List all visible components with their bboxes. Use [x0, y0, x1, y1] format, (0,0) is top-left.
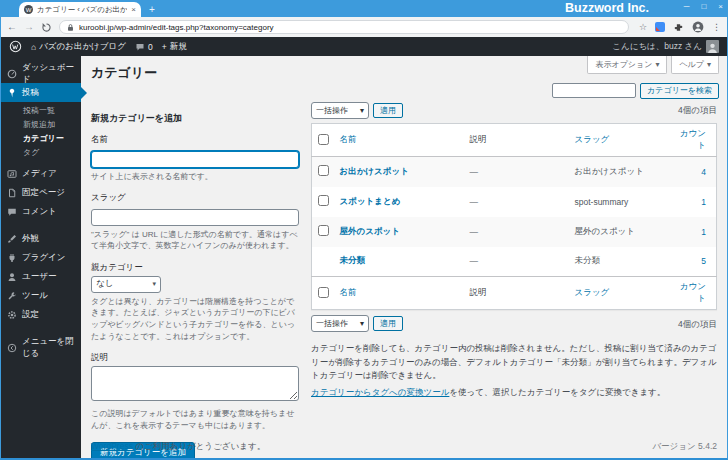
site-link[interactable]: ⌂ バズのお出かけブログ	[31, 41, 126, 53]
screen-options-button[interactable]: 表示オプション ▾	[587, 56, 667, 74]
person-icon	[707, 42, 718, 53]
close-button[interactable]: ×	[718, 2, 723, 11]
select-all-checkbox[interactable]	[318, 134, 329, 145]
submenu-item-tags[interactable]: タグ	[1, 146, 81, 160]
sort-count-header[interactable]: カウント	[680, 281, 706, 303]
sort-count-header[interactable]: カウント	[680, 128, 706, 150]
category-name-link[interactable]: スポットまとめ	[340, 196, 401, 206]
bulk-actions-value: 一括操作	[316, 105, 348, 116]
categories-list-panel: 一括操作 ▾ 適用 4個の項目 名前 説明 スラッグ	[311, 102, 717, 458]
category-count-link[interactable]: 1	[701, 197, 706, 207]
sidebar-label: コメント	[22, 206, 57, 218]
bulk-actions-select[interactable]: 一括操作 ▾	[311, 102, 369, 119]
sort-slug-header[interactable]: スラッグ	[575, 134, 610, 144]
reload-icon[interactable]	[41, 22, 52, 33]
row-checkbox[interactable]	[318, 225, 329, 236]
parent-category-value: なし	[96, 278, 113, 290]
sidebar-item-media[interactable]: メディア	[1, 164, 81, 183]
submenu-item-categories[interactable]: カテゴリー	[1, 132, 81, 146]
browser-menu-icon[interactable]: ⋮	[712, 22, 721, 32]
submenu-item-all-posts[interactable]: 投稿一覧	[1, 104, 81, 118]
minimize-button[interactable]: ─	[684, 2, 690, 11]
sidebar-item-plugins[interactable]: プラグイン	[1, 248, 81, 267]
sidebar-label: ユーザー	[22, 271, 56, 283]
new-content-button[interactable]: + 新規	[162, 41, 187, 53]
user-greeting[interactable]: こんにちは、buzz さん	[612, 41, 702, 53]
wordpress-favicon-icon: W	[24, 5, 33, 14]
apply-button[interactable]: 適用	[373, 316, 403, 332]
footer-thanks-text: のご利用ありがとうございます。	[133, 441, 265, 451]
settings-gear-icon	[7, 310, 17, 320]
comments-icon	[7, 207, 17, 217]
profile-avatar-icon[interactable]	[692, 21, 704, 33]
wordpress-logo-icon[interactable]	[9, 40, 22, 53]
category-description: —	[470, 256, 479, 266]
media-icon	[7, 169, 17, 179]
table-row: スポットまとめ — spot-summary 1	[312, 187, 717, 217]
category-description-textarea[interactable]	[91, 366, 299, 401]
sidebar-label: メニューを閉じる	[22, 336, 75, 360]
category-count-link[interactable]: 4	[701, 167, 706, 177]
category-count-link[interactable]: 1	[701, 227, 706, 237]
sidebar-item-pages[interactable]: 固定ページ	[1, 183, 81, 202]
category-name-input[interactable]	[91, 151, 299, 168]
comments-indicator[interactable]: 0	[135, 42, 153, 52]
category-name-link[interactable]: お出かけスポット	[340, 166, 409, 176]
sidebar-item-collapse-menu[interactable]: メニューを閉じる	[1, 338, 81, 357]
sort-slug-header[interactable]: スラッグ	[575, 287, 610, 297]
comment-bubble-icon	[135, 42, 145, 52]
sort-name-header[interactable]: 名前	[340, 287, 357, 297]
parent-category-select[interactable]: なし ▾	[91, 276, 161, 293]
extensions-puzzle-icon[interactable]	[673, 22, 684, 33]
screenshot-extension-icon[interactable]	[655, 22, 665, 32]
address-bar[interactable]: kuroobi.jp/wp-admin/edit-tags.php?taxono…	[59, 20, 629, 34]
sidebar-item-posts[interactable]: 投稿	[1, 83, 81, 102]
chevron-down-icon: ▾	[152, 280, 156, 288]
sidebar-item-appearance[interactable]: 外観	[1, 229, 81, 248]
sidebar-item-settings[interactable]: 設定	[1, 305, 81, 324]
back-icon[interactable]: ←	[7, 22, 17, 32]
search-input[interactable]	[552, 83, 636, 98]
category-description: —	[470, 167, 479, 177]
user-avatar[interactable]	[706, 40, 719, 53]
browser-tab[interactable]: W カテゴリー ‹ バズのお出かけブログ — W ×	[19, 2, 141, 17]
submenu-item-add-new[interactable]: 新規追加	[1, 118, 81, 132]
select-all-checkbox[interactable]	[318, 287, 329, 298]
sidebar-item-users[interactable]: ユーザー	[1, 267, 81, 286]
page-title: カテゴリー	[91, 64, 157, 82]
tab-close-icon[interactable]: ×	[131, 5, 136, 14]
wp-admin-bar: ⌂ バズのお出かけブログ 0 + 新規 こんにちは、buzz さん	[1, 37, 727, 56]
sidebar-item-comments[interactable]: コメント	[1, 202, 81, 221]
posts-submenu: 投稿一覧 新規追加 カテゴリー タグ	[1, 102, 81, 164]
footer-version: バージョン 5.4.2	[652, 441, 717, 453]
delete-note: カテゴリーを削除しても、カテゴリー内の投稿は削除されません。ただし、投稿に割り当…	[311, 342, 717, 383]
help-button[interactable]: ヘルプ ▾	[671, 56, 719, 74]
wordpress-footer-link[interactable]: WordPress	[91, 441, 133, 451]
sidebar-item-dashboard[interactable]: ダッシュボード	[1, 64, 81, 83]
description-header: 説明	[470, 287, 487, 297]
row-checkbox[interactable]	[318, 195, 329, 206]
category-slug-input[interactable]	[91, 209, 299, 226]
window-title: Buzzword Inc.	[565, 1, 649, 15]
description-label: 説明	[91, 352, 299, 364]
bookmark-star-icon[interactable]: ☆	[639, 22, 647, 32]
apply-button[interactable]: 適用	[373, 103, 403, 119]
category-name-link[interactable]: 未分類	[340, 255, 366, 265]
category-to-tag-converter-link[interactable]: カテゴリーからタグへの変換ツール	[311, 387, 449, 397]
sidebar-item-tools[interactable]: ツール	[1, 286, 81, 305]
category-slug: お出かけスポット	[575, 166, 644, 176]
forward-icon[interactable]: →	[24, 22, 34, 32]
search-categories-button[interactable]: カテゴリーを検索	[640, 83, 719, 99]
maximize-button[interactable]: □	[701, 2, 706, 11]
category-name-link[interactable]: 屋外のスポット	[340, 226, 401, 236]
plus-icon: +	[162, 42, 167, 52]
bulk-actions-select[interactable]: 一括操作 ▾	[311, 315, 369, 332]
sidebar-label: メディア	[22, 168, 57, 180]
items-count: 4個の項目	[678, 105, 717, 117]
sidebar-label: 設定	[22, 309, 39, 321]
slug-label: スラッグ	[91, 192, 299, 204]
row-checkbox[interactable]	[318, 165, 329, 176]
new-tab-button[interactable]: +	[149, 5, 155, 15]
category-count-link[interactable]: 5	[701, 256, 706, 266]
sort-name-header[interactable]: 名前	[340, 134, 357, 144]
